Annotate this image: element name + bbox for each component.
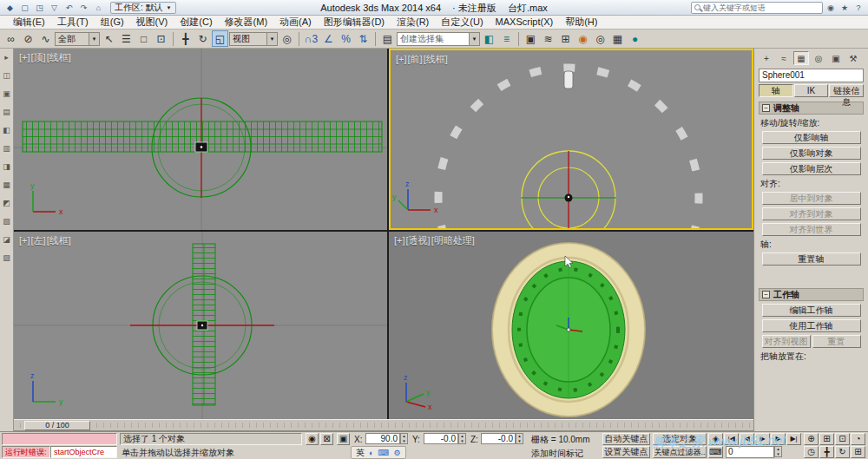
rendered-frame-icon[interactable]: ▦ [609, 30, 626, 47]
curve-editor-icon[interactable]: ≋ [540, 30, 556, 47]
modify-tab-icon[interactable]: ≈ [776, 51, 792, 65]
use-pivot-center-icon[interactable]: ◎ [279, 30, 295, 47]
viewport-menu-plus[interactable]: [+] [19, 235, 30, 246]
time-slider[interactable]: 0 / 100 [24, 421, 90, 430]
viewport-name[interactable]: [前] [408, 54, 423, 64]
dock-icon[interactable]: ◨ [2, 161, 12, 172]
snap-toggle-3d-icon[interactable]: ∩3 [303, 30, 319, 47]
hierarchy-tab-icon[interactable]: ▦ [793, 51, 809, 65]
menu-graph-editors[interactable]: 图形编辑器(D) [318, 16, 391, 29]
percent-snap-icon[interactable]: % [338, 30, 354, 47]
spin-down-icon[interactable]: ▾ [775, 452, 781, 457]
menu-group[interactable]: 组(G) [95, 16, 130, 29]
window-crossing-icon[interactable]: ⊡ [153, 30, 169, 47]
viewport-front-active[interactable]: [+][前][线框] x z y [389, 49, 753, 230]
edit-working-pivot-button[interactable]: 编辑工作轴 [762, 304, 861, 317]
dock-icon[interactable]: ◪ [2, 234, 12, 245]
dock-icon[interactable]: ▨ [2, 252, 12, 263]
viewport-perspective[interactable]: [+][透视][明暗处理] [389, 232, 753, 419]
render-production-icon[interactable]: ● [627, 30, 643, 47]
use-working-pivot-button[interactable]: 使用工作轴 [762, 319, 861, 332]
viewport-shading[interactable]: [明暗处理] [431, 235, 475, 246]
current-frame-field[interactable]: 0 [726, 446, 774, 458]
save-file-icon[interactable]: ▽ [48, 2, 61, 14]
zoom-extents-icon[interactable]: ⊡ [835, 433, 850, 445]
go-end-icon[interactable]: ▶| [786, 433, 801, 445]
viewport-left[interactable]: [+][左][线框] [14, 232, 387, 419]
menu-customize[interactable]: 自定义(U) [435, 16, 489, 29]
create-tab-icon[interactable]: + [759, 51, 774, 65]
help-icon[interactable]: ? [852, 2, 865, 14]
select-rotate-icon[interactable]: ↻ [194, 30, 211, 47]
display-tab-icon[interactable]: ▣ [828, 51, 844, 65]
max-viewport-toggle-icon[interactable]: ⊞ [851, 446, 865, 458]
reference-coordinate-dropdown[interactable]: 视图 ▼ [229, 32, 278, 46]
affect-hierarchy-only-button[interactable]: 仅影响层次 [762, 162, 861, 175]
zoom-all-icon[interactable]: ⊞ [819, 433, 834, 445]
viewport-name[interactable]: [顶] [31, 52, 46, 62]
community-icon[interactable]: ★ [838, 2, 851, 14]
unlink-selection-icon[interactable]: ⊘ [20, 30, 36, 47]
menu-modifiers[interactable]: 修改器(M) [219, 16, 274, 29]
viewport-shading[interactable]: [线框] [47, 235, 71, 246]
dock-icon[interactable]: ▧ [2, 216, 12, 226]
viewport-menu-plus[interactable]: [+] [396, 54, 407, 64]
render-setup-icon[interactable]: ◎ [592, 30, 608, 47]
spin-down-icon[interactable]: ▾ [516, 439, 523, 444]
ik-subtab[interactable]: IK [794, 84, 829, 97]
listener-error-code[interactable]: startObjectCre [50, 446, 117, 458]
select-by-name-icon[interactable]: ☰ [118, 30, 135, 47]
selection-filter-dropdown[interactable]: 全部 ▼ [55, 32, 100, 46]
key-mode-icon[interactable]: ◈ [708, 433, 723, 445]
add-time-tag[interactable]: 添加时间标记 [531, 448, 583, 459]
center-to-object-button[interactable]: 居中到对象 [762, 192, 861, 205]
pivot-subtab[interactable]: 轴 [759, 84, 793, 97]
select-and-link-icon[interactable]: ∞ [3, 30, 19, 47]
reset-button[interactable]: 重置 [812, 335, 861, 348]
orbit-icon[interactable]: ↻ [835, 446, 850, 458]
ime-keyboard-icon[interactable]: ⌨ [378, 449, 389, 457]
affect-pivot-only-button[interactable]: 仅影响轴 [762, 131, 861, 144]
coordinate-x-field[interactable]: 90.0 [365, 433, 400, 444]
set-key-button[interactable]: 设置关键点 [602, 446, 650, 458]
sign-in-icon[interactable]: ◉ [825, 2, 837, 14]
link-info-subtab[interactable]: 链接信息 [829, 84, 864, 97]
ime-settings-icon[interactable]: ⚙ [393, 449, 400, 457]
viewport-name[interactable]: [透视] [406, 235, 431, 246]
dock-icon[interactable]: ▦ [2, 180, 12, 190]
new-scene-icon[interactable]: ▢ [18, 2, 31, 14]
align-to-object-button[interactable]: 对齐到对象 [762, 207, 861, 220]
time-config-icon[interactable]: ◷ [804, 446, 819, 458]
viewport-top[interactable]: [+][顶][线框] [14, 49, 387, 230]
viewport-menu-plus[interactable]: [+] [394, 235, 405, 246]
align-icon[interactable]: ≡ [498, 30, 515, 47]
spin-down-icon[interactable]: ▾ [459, 439, 465, 444]
dock-icon[interactable]: ▸ [2, 52, 12, 62]
dock-icon[interactable]: ▤ [2, 107, 12, 117]
infocenter-search[interactable] [691, 2, 823, 14]
viewport-menu-plus[interactable]: [+] [19, 52, 30, 62]
go-start-icon[interactable]: |◀ [724, 433, 739, 445]
next-frame-icon[interactable]: ▶ [771, 433, 786, 445]
named-selection-sets-combo[interactable]: 创建选择集 ▼ [397, 32, 480, 46]
ime-language-bar[interactable]: 英 ◐ ⌨ ⚙ [351, 446, 406, 459]
working-pivot-rollout[interactable]: − 工作轴 [759, 288, 864, 301]
viewport-shading[interactable]: [线框] [424, 54, 448, 64]
project-folder-icon[interactable]: ⌂ [92, 2, 105, 14]
coordinate-y-field[interactable]: -0.0 [424, 433, 458, 444]
auto-key-button[interactable]: 自动关键点 [602, 433, 650, 445]
y-spinner[interactable]: ▴▾ [458, 433, 466, 444]
menu-tools[interactable]: 工具(T) [51, 16, 95, 29]
dock-icon[interactable]: ◧ [2, 125, 12, 135]
coordinate-z-field[interactable]: -0.0 [481, 433, 516, 444]
spin-down-icon[interactable]: ▾ [401, 439, 407, 444]
bind-to-spacewarp-icon[interactable]: ∿ [37, 30, 54, 47]
key-mode-dropdown[interactable]: 选定对象 [653, 433, 707, 445]
track-bar[interactable]: 0 / 100 [14, 419, 753, 431]
material-editor-icon[interactable]: ◉ [575, 30, 591, 47]
search-input[interactable] [703, 3, 814, 12]
menu-maxscript[interactable]: MAXScript(X) [490, 16, 560, 29]
affect-object-only-button[interactable]: 仅影响对象 [762, 147, 861, 160]
utilities-tab-icon[interactable]: ⚒ [845, 51, 861, 65]
align-to-world-button[interactable]: 对齐到世界 [762, 223, 861, 236]
